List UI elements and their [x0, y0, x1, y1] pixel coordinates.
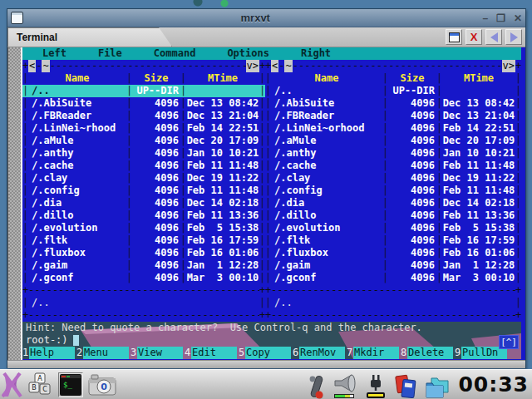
file-row[interactable]: |/.dia|4096|Dec 14 02:18| [22, 197, 265, 209]
menu-item-right[interactable]: Right [301, 47, 331, 60]
phone-icon[interactable] [307, 375, 325, 399]
fkey-number: 4 [185, 347, 191, 359]
file-row[interactable]: |/.evolution|4096|Feb 5 15:38| [22, 222, 265, 234]
file-row[interactable]: |/.config|4096|Feb 11 11:48| [265, 185, 521, 197]
column-header-size[interactable]: Size [132, 72, 180, 85]
panel-resize-button[interactable]: v> [502, 60, 515, 72]
file-row[interactable]: |/.gconf|4096|Mar 3 00:10| [265, 272, 521, 284]
column-header-name[interactable]: Name [28, 72, 126, 85]
maximize-icon[interactable]: ❐ [496, 12, 505, 24]
svg-text:0: 0 [101, 382, 107, 392]
file-row[interactable]: |/.fluxbox|4096|Feb 16 01:06| [265, 247, 521, 259]
menu-item-command[interactable]: Command [154, 47, 196, 60]
file-row[interactable]: |/.clay|4096|Dec 19 11:22| [265, 172, 521, 185]
file-size: 4096 [388, 222, 436, 234]
file-name: /.FBReader [271, 110, 382, 122]
file-row[interactable]: |/.LinNei~orhood|4096|Feb 14 22:51| [265, 122, 521, 135]
terminal-scrollbar[interactable] [7, 47, 22, 360]
file-mtime: Feb 11 13:36 [186, 209, 259, 222]
file-row[interactable]: |/.anthy|4096|Jan 10 10:21| [265, 147, 521, 160]
prev-tab-button[interactable] [485, 29, 502, 45]
fkey-7-mkdir[interactable]: 7Mkdir [347, 347, 401, 359]
file-mtime: Feb 16 17:59 [442, 234, 515, 247]
file-row[interactable]: |/.dia|4096|Dec 14 02:18| [265, 197, 521, 209]
terminal-launcher-icon[interactable]: $_ [58, 372, 83, 397]
fkey-6-renmov[interactable]: 6RenMov [293, 347, 347, 359]
file-name: /.LinNei~orhood [271, 122, 382, 135]
terminal-area: LeftFileCommandOptionsRight +<-~--------… [7, 47, 525, 360]
column-header-mtime[interactable]: MTime [186, 72, 259, 85]
fkey-8-delete[interactable]: 8Delete [401, 347, 455, 359]
volume-icon[interactable] [332, 373, 357, 399]
column-header-size[interactable]: Size [388, 72, 436, 85]
arrow-left-icon [490, 32, 498, 42]
file-row[interactable]: |/.fltk|4096|Feb 16 17:59| [265, 234, 521, 247]
panel-home-button[interactable]: ~ [284, 60, 292, 72]
fkey-4-edit[interactable]: 4Edit [185, 347, 239, 359]
file-row[interactable]: |/.clay|4096|Dec 19 11:22| [22, 172, 265, 185]
file-mtime: Feb 5 15:38 [442, 222, 515, 234]
close-tab-button[interactable]: X [466, 29, 482, 45]
tab-terminal[interactable]: Terminal [7, 27, 172, 47]
file-row[interactable]: |/.cache|4096|Feb 11 11:48| [22, 160, 265, 172]
taskbar-clock[interactable]: 00:33 [456, 370, 529, 399]
file-row[interactable]: |/.dillo|4096|Feb 11 13:36| [265, 209, 521, 222]
titlebar[interactable]: mrxvt – ❐ ✕ [7, 9, 525, 27]
files-icon[interactable] [423, 375, 450, 399]
file-row[interactable]: |/..|UP--DIR|| [22, 85, 265, 97]
file-row[interactable]: |/.FBReader|4096|Dec 13 21:04| [265, 110, 521, 122]
file-row[interactable]: |/.anthy|4096|Jan 10 10:21| [22, 147, 265, 160]
file-row[interactable]: |/.AbiSuite|4096|Dec 13 08:42| [265, 97, 521, 110]
file-row[interactable]: |/.LinNei~rhood|4096|Feb 14 22:51| [22, 122, 265, 135]
minimize-icon[interactable]: – [482, 12, 488, 24]
fkey-3-view[interactable]: 3View [131, 347, 185, 359]
fkey-5-copy[interactable]: 5Copy [239, 347, 293, 359]
input-method-keys-icon[interactable]: A B C [28, 372, 53, 397]
file-row[interactable]: |/.gconf|4096|Mar 3 00:10| [22, 272, 265, 284]
close-icon[interactable]: ✕ [514, 12, 522, 24]
storage-cards-icon[interactable] [395, 373, 416, 399]
file-row[interactable]: |/.gaim|4096|Jan 1 12:28| [265, 259, 521, 272]
shell-prompt-line[interactable]: root-:) [^] [22, 334, 521, 347]
file-size: 4096 [132, 197, 180, 209]
file-size: 4096 [388, 185, 436, 197]
file-mtime: Jan 1 12:28 [442, 259, 515, 272]
file-row[interactable]: |/.AbiSuite|4096|Dec 13 08:42| [22, 97, 265, 110]
file-name: /.fltk [271, 234, 382, 247]
window-menu-icon[interactable] [11, 12, 23, 24]
file-row[interactable]: |/.fluxbox|4096|Feb 16 01:06| [22, 247, 265, 259]
new-tab-button[interactable] [446, 29, 462, 45]
panel-top-frame: +<-~------------------------------------… [265, 60, 521, 72]
screenshot-camera-icon[interactable]: 0 [88, 374, 116, 396]
column-header-name[interactable]: Name [271, 72, 382, 85]
text-cursor [73, 335, 79, 346]
menu-item-options[interactable]: Options [227, 47, 269, 60]
file-row[interactable]: |/.dillo|4096|Feb 11 13:36| [22, 209, 265, 222]
file-row[interactable]: |/.FBReader|4096|Dec 13 21:04| [22, 110, 265, 122]
file-size: 4096 [388, 135, 436, 147]
panel-resize-button[interactable]: v> [246, 60, 259, 72]
file-name: /.anthy [28, 147, 126, 160]
mini-info-path: /.. [271, 297, 515, 309]
column-header-mtime[interactable]: MTime [442, 72, 515, 85]
mc-hint-line: Hint: Need to quote a character? Use Con… [22, 322, 521, 334]
next-tab-button[interactable] [505, 29, 522, 45]
menu-item-left[interactable]: Left [42, 47, 66, 60]
panel-home-button[interactable]: ~ [42, 60, 49, 72]
file-row[interactable]: |/.fltk|4096|Feb 16 17:59| [22, 234, 265, 247]
file-row[interactable]: |/.aMule|4096|Dec 20 17:09| [265, 135, 521, 147]
menu-item-file[interactable]: File [98, 47, 122, 60]
file-row[interactable]: |/..|UP--DIR|| [265, 85, 521, 97]
panel-back-button[interactable]: < [271, 60, 278, 72]
file-row[interactable]: |/.gaim|4096|Jan 1 12:28| [22, 259, 265, 272]
file-row[interactable]: |/.evolution|4096|Feb 5 15:38| [265, 222, 521, 234]
fkey-2-menu[interactable]: 2Menu [76, 347, 131, 359]
scroll-indicator-badge[interactable]: [^] [499, 335, 519, 349]
x-window-logo-icon[interactable] [2, 372, 23, 397]
file-row[interactable]: |/.config|4096|Feb 11 11:48| [22, 185, 265, 197]
file-row[interactable]: |/.aMule|4096|Dec 20 17:09| [22, 135, 265, 147]
panel-back-button[interactable]: < [28, 60, 36, 72]
fkey-1-help[interactable]: 1Help [22, 347, 76, 359]
file-row[interactable]: |/.cache|4096|Feb 11 11:48| [265, 160, 521, 172]
power-icon[interactable] [363, 373, 388, 399]
